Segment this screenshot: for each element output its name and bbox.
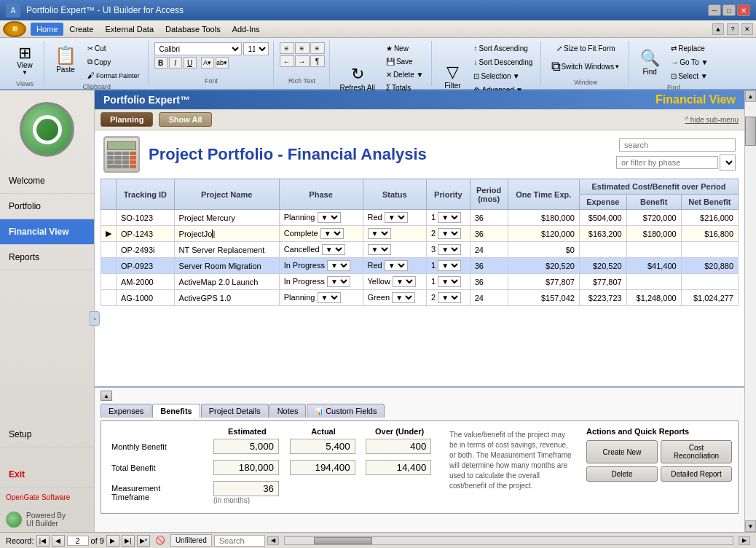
phase-select[interactable]: ▼	[318, 212, 341, 223]
font-name-select[interactable]: Calibri	[154, 42, 242, 55]
project-details-tab[interactable]: Project Details	[201, 404, 269, 418]
align-left-button[interactable]: ≡	[280, 42, 294, 54]
phase-select[interactable]: ▼	[320, 228, 344, 239]
phase-select[interactable]: ▼	[322, 244, 345, 255]
italic-button[interactable]: I	[169, 57, 182, 68]
last-record-btn[interactable]: ▶|	[122, 535, 135, 547]
phase-select[interactable]: ▼	[318, 292, 341, 303]
indent-increase-button[interactable]: →	[295, 55, 310, 67]
horizontal-scroll-thumb[interactable]	[314, 537, 372, 544]
filter-button[interactable]: ▽ Filter	[438, 60, 467, 93]
view-button[interactable]: ⊞ View ▼	[10, 42, 39, 79]
filter-phase-input[interactable]	[616, 156, 718, 169]
cut-button[interactable]: ✂Cut	[84, 42, 143, 55]
sort-ascending-button[interactable]: ↑Sort Ascending	[470, 42, 536, 55]
priority-select[interactable]: ▼	[438, 292, 461, 303]
horizontal-scroll-track[interactable]	[284, 536, 733, 545]
total-benefit-actual[interactable]	[290, 460, 355, 475]
nav-item-setup[interactable]: Setup	[0, 422, 94, 447]
first-record-btn[interactable]: |◀	[36, 535, 50, 547]
maximize-btn[interactable]: □	[722, 4, 736, 16]
scroll-down-arrow[interactable]: ▼	[745, 520, 756, 532]
monthly-benefit-estimated[interactable]	[213, 439, 279, 454]
highlight-button[interactable]: ab▾	[216, 57, 229, 68]
priority-select[interactable]: ▼	[438, 228, 461, 239]
nav-collapse-btn[interactable]: ‹	[90, 311, 100, 326]
menu-home[interactable]: Home	[31, 23, 63, 36]
status-select[interactable]: ▼	[393, 276, 416, 287]
scroll-right-arrow[interactable]: ▶	[739, 536, 750, 545]
select-button[interactable]: ⊡Select ▼	[667, 70, 712, 82]
align-right-button[interactable]: ≡	[310, 42, 325, 54]
delete-record-button[interactable]: Delete	[586, 466, 658, 482]
copy-button[interactable]: ⧉Copy	[84, 55, 143, 68]
format-painter-button[interactable]: 🖌Format Painter	[84, 69, 143, 82]
scroll-thumb[interactable]	[745, 117, 756, 146]
total-benefit-over-under[interactable]	[366, 460, 431, 475]
status-select[interactable]: ▼	[392, 292, 415, 303]
status-select[interactable]: ▼	[385, 260, 408, 271]
detailed-report-button[interactable]: Detailed Report	[661, 466, 732, 482]
indent-decrease-button[interactable]: ←	[280, 55, 294, 67]
scroll-left-arrow[interactable]: ◀	[267, 536, 279, 545]
custom-fields-tab[interactable]: 📊 Custom Fields	[307, 404, 385, 418]
phase-select[interactable]: ▼	[327, 260, 350, 271]
nav-item-financial-view[interactable]: Financial View	[0, 219, 94, 245]
notes-tab[interactable]: Notes	[269, 404, 307, 418]
priority-select[interactable]: ▼	[438, 212, 461, 223]
ribbon-minimize-btn[interactable]: ▲	[712, 23, 724, 35]
menu-create[interactable]: Create	[63, 23, 99, 36]
delete-button[interactable]: ✕Delete ▼	[382, 68, 428, 81]
switch-windows-button[interactable]: ⧉ Switch Windows ▼	[547, 56, 624, 77]
font-size-select[interactable]: 11	[243, 42, 269, 55]
filter-phase-select[interactable]	[720, 154, 736, 171]
find-button[interactable]: 🔍 Find	[635, 46, 664, 79]
measurement-timeframe-estimated[interactable]	[213, 481, 279, 496]
align-center-button[interactable]: ≡	[295, 42, 310, 54]
underline-button[interactable]: U	[184, 57, 197, 68]
cost-reconciliation-button[interactable]: Cost Reconciliation	[661, 440, 732, 463]
scroll-track[interactable]	[745, 102, 756, 520]
status-select[interactable]: ▼	[368, 244, 391, 255]
planning-nav-btn[interactable]: Planning	[101, 112, 153, 127]
record-number-input[interactable]	[67, 536, 89, 546]
priority-select[interactable]: ▼	[438, 244, 461, 255]
replace-button[interactable]: ⇄Replace	[667, 42, 712, 55]
hide-submenu-btn[interactable]: ^ hide sub-menu	[685, 116, 739, 124]
next-record-btn[interactable]: ▶	[106, 535, 119, 547]
monthly-benefit-over-under[interactable]	[366, 439, 431, 454]
font-color-button[interactable]: A▾	[201, 57, 214, 68]
new-blank-record-btn[interactable]: ▶*	[137, 535, 150, 547]
status-select[interactable]: ▼	[368, 228, 391, 239]
help-btn[interactable]: ?	[727, 23, 739, 35]
show-all-nav-btn[interactable]: Show All	[159, 112, 211, 127]
benefits-tab[interactable]: Benefits	[152, 404, 200, 418]
menu-external-data[interactable]: External Data	[99, 23, 160, 36]
total-benefit-estimated[interactable]	[213, 460, 279, 475]
status-select[interactable]: ▼	[385, 212, 408, 223]
expenses-tab[interactable]: Expenses	[101, 404, 151, 418]
selection-button[interactable]: ⊡Selection▼	[470, 70, 536, 82]
search-input[interactable]	[619, 138, 736, 152]
sort-descending-button[interactable]: ↓Sort Descending	[470, 56, 536, 68]
nav-item-welcome[interactable]: Welcome	[0, 168, 94, 194]
nav-item-portfolio[interactable]: Portfolio	[0, 194, 94, 219]
menu-add-ins[interactable]: Add-Ins	[227, 23, 266, 36]
minimize-btn[interactable]: ─	[708, 4, 721, 16]
new-record-button[interactable]: ★New	[382, 42, 428, 55]
menu-database-tools[interactable]: Database Tools	[160, 23, 227, 36]
window-close-inner-btn[interactable]: ✕	[741, 23, 753, 35]
scroll-up-btn[interactable]: ▲	[101, 391, 112, 401]
create-new-button[interactable]: Create New	[586, 440, 658, 463]
phase-select[interactable]: ▼	[327, 276, 350, 287]
nav-item-exit[interactable]: Exit	[0, 462, 94, 488]
unfiltered-btn[interactable]: Unfiltered	[170, 534, 212, 547]
text-direction-button[interactable]: ¶	[310, 55, 325, 67]
office-button[interactable]: ⊞	[3, 21, 26, 37]
paste-button[interactable]: 📋 Paste	[50, 42, 81, 75]
record-search-input[interactable]	[214, 535, 265, 547]
priority-select[interactable]: ▼	[438, 276, 461, 287]
save-button[interactable]: 💾Save	[382, 55, 428, 68]
priority-select[interactable]: ▼	[438, 260, 461, 271]
prev-record-btn[interactable]: ◀	[52, 535, 65, 547]
